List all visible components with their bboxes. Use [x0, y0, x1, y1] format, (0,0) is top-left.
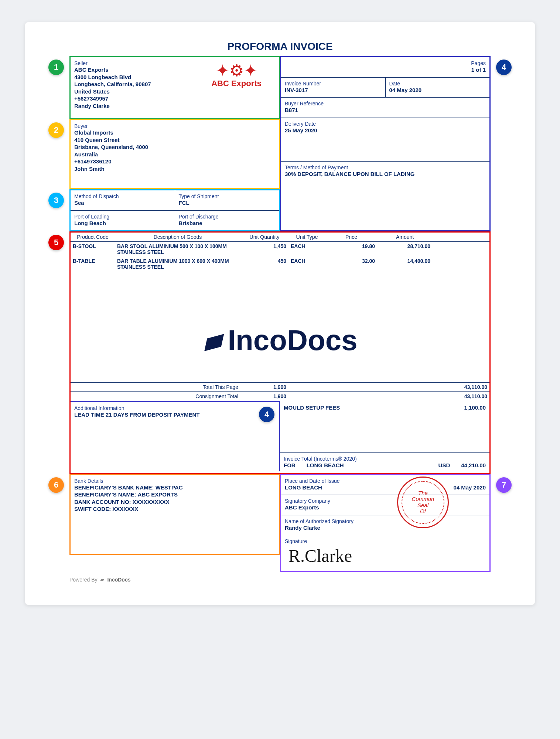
buyer-phone: +61497336120 — [74, 158, 275, 165]
dispatch-method: Sea — [74, 199, 171, 207]
currency: USD — [438, 462, 450, 469]
signer-label: Name of Authorized Signatory — [285, 518, 486, 524]
extra-fee-amt: 1,100.00 — [464, 404, 486, 449]
footer-columns: 6 Bank Details BENEFICIARY'S BANK NAME: … — [69, 474, 491, 573]
buyer-name: Global Imports — [74, 129, 275, 136]
callout-2: 2 — [48, 122, 64, 138]
pol-label: Port of Loading — [74, 214, 171, 220]
buyer-addr2: Brisbane, Queensland, 4000 — [74, 143, 275, 151]
products-header: Product Code Description of Goods Unit Q… — [71, 233, 489, 242]
signature-image: R.Clarke — [285, 544, 486, 567]
issue-place: LONG BEACH — [285, 484, 340, 491]
callout-6: 6 — [48, 477, 64, 493]
seller-logo-text: ABC Exports — [201, 79, 272, 88]
document-title: PROFORMA INVOICE — [69, 41, 491, 52]
buyer-contact: John Smith — [74, 165, 275, 173]
dispatch-box: 3 Method of Dispatch Sea Type of Shipmen… — [69, 189, 280, 231]
callout-4: 4 — [496, 60, 512, 75]
h-code: Product Code — [71, 233, 115, 241]
meta-box: 4 Pages 1 of 1 Invoice Number INV-3017 D… — [280, 56, 491, 231]
powered-by: Powered By ▰ IncoDocs — [69, 577, 491, 583]
callout-5: 5 — [48, 235, 64, 250]
callout-4b: 4 — [259, 407, 274, 422]
seller-logo: ✦⚙✦ ABC Exports — [201, 62, 272, 88]
bank-l2: BENEFICIARY'S NAME: ABC EXPORTS — [74, 491, 275, 498]
bank-box: 6 Bank Details BENEFICIARY'S BANK NAME: … — [69, 474, 280, 555]
table-row: B-TABLE BAR TABLE ALUMINIUM 1000 X 600 X… — [71, 257, 489, 271]
terms-label: Terms / Method of Payment — [285, 165, 486, 170]
terms: 30% DEPOSIT, BALANCE UPON BILL OF LADING — [285, 170, 486, 178]
gear-icon: ✦⚙✦ — [201, 62, 272, 79]
h-desc: Description of Goods — [115, 233, 240, 241]
table-row: B-STOOL BAR STOOL ALUMINIUM 500 X 100 X … — [71, 242, 489, 257]
issue-box: 7 The Common Seal Of Place and Date of I… — [280, 474, 491, 573]
pod-label: Port of Discharge — [179, 214, 276, 220]
dispatch-method-label: Method of Dispatch — [74, 193, 171, 199]
invnum-label: Invoice Number — [285, 81, 382, 87]
pod: Brisbane — [179, 220, 276, 227]
seller-phone: +5627349957 — [74, 95, 275, 102]
h-amt: Amount — [377, 233, 433, 241]
signer-name: Randy Clarke — [285, 524, 486, 532]
additional-label: Additional Information — [74, 405, 275, 411]
stripe-icon: ▰ — [100, 577, 104, 583]
h-qty: Unit Quantity — [240, 233, 288, 241]
h-price: Price — [325, 233, 377, 241]
consignment-total-row: Consignment Total 1,900 43,110.00 — [71, 391, 489, 401]
bank-l4: SWIFT CODE: XXXXXXX — [74, 505, 275, 513]
invnum: INV-3017 — [285, 87, 382, 94]
buyer-country: Australia — [74, 151, 275, 158]
total-this-page-row: Total This Page 1,900 43,110.00 — [71, 382, 489, 391]
callout-3: 3 — [48, 193, 64, 208]
shipment-type-label: Type of Shipment — [179, 193, 276, 199]
callout-1: 1 — [48, 60, 64, 75]
buyer-label: Buyer — [74, 123, 275, 129]
pages: 1 of 1 — [285, 66, 486, 74]
issue-place-label: Place and Date of Issue — [285, 478, 340, 484]
sig-company: ABC Exports — [285, 504, 486, 511]
bank-l1: BENEFICIARY'S BANK NAME: WESTPAC — [74, 484, 275, 491]
sig-company-label: Signatory Company — [285, 498, 486, 504]
shipment-type: FCL — [179, 199, 276, 207]
date: 04 May 2020 — [389, 87, 486, 94]
pages-label: Pages — [285, 60, 486, 66]
date-label: Date — [389, 81, 486, 87]
invoice-total-box: Invoice Total (Incoterms® 2020) FOB LONG… — [280, 453, 489, 473]
seller-contact: Randy Clarke — [74, 102, 275, 110]
buyer-addr1: 410 Queen Street — [74, 136, 275, 144]
invoice-total: 44,210.00 — [461, 462, 486, 469]
signature-label: Signature — [285, 538, 486, 544]
watermark: ▰IncoDocs — [71, 323, 489, 357]
incoterm: FOB — [284, 462, 296, 469]
seller-country: United States — [74, 88, 275, 95]
additional-text: LEAD TIME 21 DAYS FROM DEPOSIT PAYMENT — [74, 411, 275, 418]
invoice-sheet: PROFORMA INVOICE 1 ✦⚙✦ ABC Exports Selle… — [25, 22, 535, 605]
bank-l3: BANK ACCOUNT NO: XXXXXXXXXX — [74, 498, 275, 506]
inco-place: LONG BEACH — [307, 462, 344, 469]
delivery-label: Delivery Date — [285, 121, 486, 127]
callout-7: 7 — [496, 477, 512, 493]
fees-box: MOULD SETUP FEES 1,100.00 Invoice Total … — [280, 401, 489, 473]
buyerref-label: Buyer Reference — [285, 101, 486, 106]
products-box: 5 Product Code Description of Goods Unit… — [69, 231, 491, 474]
stripe-icon: ▰ — [199, 321, 229, 359]
pol: Long Beach — [74, 220, 171, 227]
h-type: Unit Type — [288, 233, 325, 241]
bank-label: Bank Details — [74, 478, 275, 484]
buyer-box: 2 Buyer Global Imports 410 Queen Street … — [69, 119, 280, 189]
additional-box: 4 Additional Information LEAD TIME 21 DA… — [71, 401, 280, 471]
header-columns: 1 ✦⚙✦ ABC Exports Seller ABC Exports 430… — [69, 56, 491, 231]
buyerref: B871 — [285, 106, 486, 114]
seller-box: 1 ✦⚙✦ ABC Exports Seller ABC Exports 430… — [69, 56, 280, 119]
footer-brand: IncoDocs — [107, 577, 130, 583]
extra-fee-label: MOULD SETUP FEES — [284, 404, 340, 449]
invoice-total-label: Invoice Total (Incoterms® 2020) — [284, 456, 486, 462]
delivery-date: 25 May 2020 — [285, 127, 486, 134]
issue-date: 04 May 2020 — [453, 484, 486, 491]
